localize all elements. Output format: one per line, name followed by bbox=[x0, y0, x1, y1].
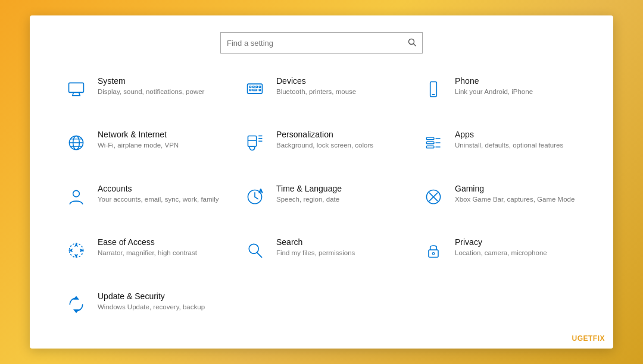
setting-desc-search: Find my files, permissions bbox=[276, 248, 355, 258]
svg-rect-11 bbox=[249, 89, 251, 91]
brush-icon bbox=[242, 130, 268, 156]
svg-rect-7 bbox=[249, 86, 251, 88]
svg-rect-27 bbox=[426, 142, 433, 145]
setting-item-devices[interactable]: DevicesBluetooth, printers, mouse bbox=[232, 68, 411, 121]
setting-text-accounts: AccountsYour accounts, email, sync, work… bbox=[98, 184, 219, 204]
svg-rect-10 bbox=[259, 86, 261, 88]
svg-point-32 bbox=[73, 190, 80, 197]
setting-text-devices: DevicesBluetooth, printers, mouse bbox=[276, 76, 356, 96]
setting-text-time: Time & LanguageSpeech, region, date bbox=[276, 184, 342, 204]
setting-desc-personalization: Background, lock screen, colors bbox=[276, 140, 373, 150]
setting-text-network: Network & InternetWi-Fi, airplane mode, … bbox=[98, 130, 179, 150]
search-bar[interactable] bbox=[220, 32, 423, 54]
setting-item-network[interactable]: Network & InternetWi-Fi, airplane mode, … bbox=[54, 121, 232, 175]
setting-item-ease[interactable]: Ease of AccessNarrator, magnifier, high … bbox=[54, 229, 232, 283]
svg-marker-45 bbox=[74, 296, 78, 299]
svg-rect-8 bbox=[252, 86, 254, 88]
setting-desc-apps: Uninstall, defaults, optional features bbox=[455, 140, 563, 150]
monitor-icon bbox=[63, 76, 89, 102]
svg-rect-43 bbox=[429, 250, 438, 257]
setting-title-devices: Devices bbox=[276, 76, 356, 86]
setting-item-accounts[interactable]: AccountsYour accounts, email, sync, work… bbox=[54, 175, 232, 229]
svg-line-1 bbox=[414, 43, 416, 46]
setting-title-time: Time & Language bbox=[276, 184, 342, 193]
setting-desc-accounts: Your accounts, email, sync, work, family bbox=[98, 194, 219, 204]
setting-text-privacy: PrivacyLocation, camera, microphone bbox=[455, 237, 547, 258]
setting-title-network: Network & Internet bbox=[98, 130, 179, 139]
setting-item-update[interactable]: Update & SecurityWindows Update, recover… bbox=[54, 283, 232, 337]
setting-text-apps: AppsUninstall, defaults, optional featur… bbox=[455, 130, 563, 150]
setting-item-privacy[interactable]: PrivacyLocation, camera, microphone bbox=[411, 229, 589, 283]
setting-item-time[interactable]: A Time & LanguageSpeech, region, date bbox=[232, 175, 411, 229]
setting-text-phone: PhoneLink your Android, iPhone bbox=[455, 76, 533, 96]
lock-icon bbox=[420, 237, 447, 263]
setting-title-system: System bbox=[98, 76, 204, 86]
setting-desc-time: Speech, region, date bbox=[276, 194, 342, 204]
svg-rect-6 bbox=[248, 84, 263, 93]
setting-title-update: Update & Security bbox=[98, 291, 205, 301]
svg-rect-26 bbox=[426, 138, 433, 140]
setting-text-gaming: GamingXbox Game Bar, captures, Game Mode bbox=[455, 184, 575, 204]
setting-title-search: Search bbox=[276, 237, 355, 247]
setting-item-phone[interactable]: PhoneLink your Android, iPhone bbox=[411, 68, 589, 121]
watermark: UGETFIX bbox=[572, 334, 605, 343]
svg-rect-9 bbox=[256, 86, 258, 88]
setting-text-ease: Ease of AccessNarrator, magnifier, high … bbox=[98, 237, 197, 258]
setting-desc-system: Display, sound, notifications, power bbox=[98, 87, 204, 96]
setting-title-privacy: Privacy bbox=[455, 237, 547, 247]
setting-title-ease: Ease of Access bbox=[98, 237, 197, 247]
setting-desc-network: Wi-Fi, airplane mode, VPN bbox=[98, 140, 179, 150]
svg-rect-2 bbox=[69, 83, 84, 92]
svg-line-42 bbox=[257, 253, 262, 258]
svg-text:A: A bbox=[259, 188, 263, 194]
update-icon bbox=[63, 291, 89, 318]
setting-title-phone: Phone bbox=[455, 76, 533, 86]
svg-rect-21 bbox=[248, 136, 256, 147]
search-icon bbox=[408, 38, 416, 48]
person-icon bbox=[63, 184, 89, 210]
setting-item-gaming[interactable]: GamingXbox Game Bar, captures, Game Mode bbox=[411, 175, 589, 229]
apps-icon bbox=[420, 130, 447, 156]
setting-desc-privacy: Location, camera, microphone bbox=[455, 248, 547, 258]
time-icon: A bbox=[242, 184, 268, 210]
svg-point-44 bbox=[432, 253, 435, 255]
setting-text-search: SearchFind my files, permissions bbox=[276, 237, 355, 258]
setting-title-accounts: Accounts bbox=[98, 184, 219, 193]
setting-desc-devices: Bluetooth, printers, mouse bbox=[276, 87, 356, 96]
phone-icon bbox=[420, 76, 447, 102]
setting-desc-ease: Narrator, magnifier, high contrast bbox=[98, 248, 197, 258]
svg-rect-12 bbox=[252, 89, 257, 91]
setting-item-search[interactable]: SearchFind my files, permissions bbox=[232, 229, 411, 283]
ease-icon bbox=[63, 237, 89, 263]
setting-title-gaming: Gaming bbox=[455, 184, 575, 193]
search-input[interactable] bbox=[227, 39, 408, 48]
svg-rect-28 bbox=[426, 146, 433, 149]
setting-item-apps[interactable]: AppsUninstall, defaults, optional featur… bbox=[411, 121, 589, 175]
keyboard-icon bbox=[242, 76, 268, 102]
search-icon bbox=[242, 237, 268, 263]
setting-desc-update: Windows Update, recovery, backup bbox=[98, 302, 205, 312]
globe-icon bbox=[63, 130, 89, 156]
svg-rect-13 bbox=[259, 89, 261, 91]
setting-text-personalization: PersonalizationBackground, lock screen, … bbox=[276, 130, 373, 150]
setting-desc-gaming: Xbox Game Bar, captures, Game Mode bbox=[455, 194, 575, 204]
setting-title-apps: Apps bbox=[455, 130, 563, 139]
svg-marker-46 bbox=[74, 309, 78, 312]
setting-title-personalization: Personalization bbox=[276, 130, 373, 139]
setting-text-update: Update & SecurityWindows Update, recover… bbox=[98, 291, 205, 312]
xbox-icon bbox=[420, 184, 447, 210]
svg-line-35 bbox=[255, 197, 258, 199]
settings-grid: SystemDisplay, sound, notifications, pow… bbox=[54, 68, 589, 337]
setting-desc-phone: Link your Android, iPhone bbox=[455, 87, 533, 96]
setting-item-system[interactable]: SystemDisplay, sound, notifications, pow… bbox=[54, 68, 232, 121]
setting-item-personalization[interactable]: PersonalizationBackground, lock screen, … bbox=[232, 121, 411, 175]
setting-text-system: SystemDisplay, sound, notifications, pow… bbox=[98, 76, 204, 96]
settings-window: SystemDisplay, sound, notifications, pow… bbox=[30, 15, 613, 349]
